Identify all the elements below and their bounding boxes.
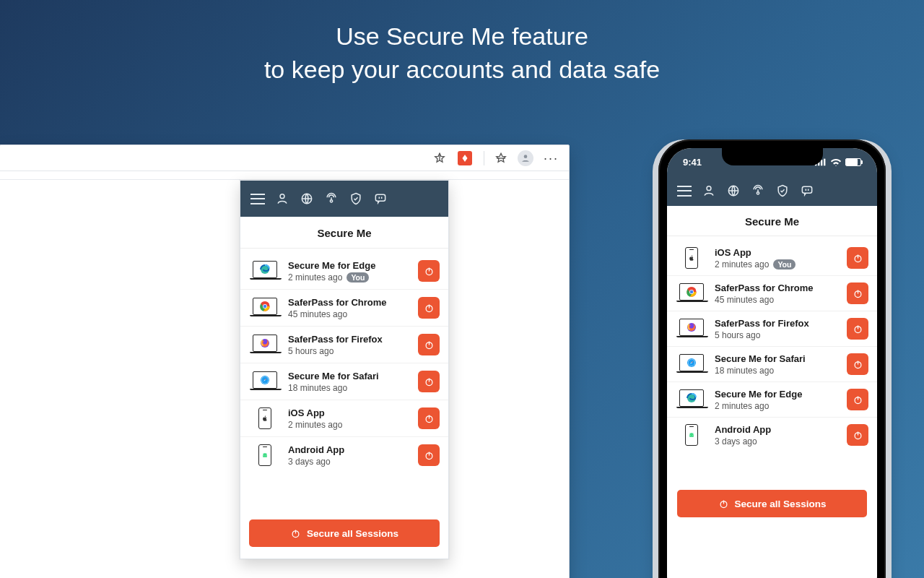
globe-icon[interactable] [726, 184, 741, 198]
wifi-icon [830, 158, 842, 166]
chat-icon[interactable] [800, 184, 814, 198]
session-name: Android App [288, 444, 411, 455]
session-time: 5 hours ago [288, 346, 334, 356]
power-off-button[interactable] [418, 407, 440, 429]
session-row-edge: Secure Me for Edge2 minutes ago [667, 382, 877, 418]
panel-footer: Secure all Sessions [240, 511, 448, 558]
svg-point-5 [330, 200, 332, 202]
session-info: Secure Me for Safari18 minutes ago [288, 371, 411, 393]
panel-title: Secure Me [240, 217, 448, 249]
url-bar-strip [0, 171, 569, 180]
battery-icon [845, 158, 861, 166]
panel-footer: Secure all Sessions [667, 481, 877, 530]
hero-line-2: to keep your accounts and data safe [0, 53, 924, 87]
more-icon[interactable]: ··· [544, 152, 559, 165]
shield-icon[interactable] [349, 191, 363, 206]
power-off-button[interactable] [418, 334, 440, 355]
chat-icon[interactable] [373, 191, 388, 206]
session-name: iOS App [288, 407, 411, 418]
svg-rect-7 [375, 194, 385, 201]
shield-icon[interactable] [775, 184, 790, 198]
hamburger-icon[interactable] [677, 184, 692, 198]
secure-me-panel: Secure Me Secure Me for Edge2 minutes ag… [240, 180, 449, 559]
power-off-button[interactable] [847, 389, 868, 410]
extension-badge-icon[interactable] [458, 151, 472, 165]
session-meta: 18 minutes ago [288, 383, 411, 393]
star-half-icon[interactable] [494, 152, 507, 165]
session-name: SaferPass for Chrome [288, 297, 411, 308]
hamburger-icon[interactable] [250, 191, 265, 206]
svg-point-63 [690, 435, 691, 436]
session-info: SaferPass for Firefox5 hours ago [288, 334, 411, 356]
power-off-button[interactable] [847, 247, 868, 269]
phone-notch [722, 148, 823, 165]
session-name: Secure Me for Edge [715, 389, 840, 400]
secure-all-label: Secure all Sessions [307, 528, 398, 539]
session-time: 45 minutes ago [288, 309, 347, 319]
session-meta: 45 minutes ago [288, 309, 411, 319]
session-meta: 2 minutes ago [715, 401, 840, 411]
session-name: iOS App [715, 247, 840, 258]
session-meta: 5 hours ago [715, 330, 840, 340]
session-list: iOS App2 minutes agoYouSaferPass for Chr… [667, 236, 877, 457]
session-info: SaferPass for Chrome45 minutes ago [715, 282, 840, 305]
secure-all-button[interactable]: Secure all Sessions [677, 490, 867, 517]
svg-point-15 [263, 305, 267, 309]
session-name: SaferPass for Firefox [288, 334, 411, 345]
power-off-button[interactable] [418, 371, 440, 392]
radar-icon[interactable] [324, 191, 339, 206]
secure-all-label: Secure all Sessions [735, 499, 827, 509]
session-row-firefox: SaferPass for Firefox5 hours ago [240, 327, 448, 363]
session-row-ios: iOS App2 minutes ago [240, 400, 448, 437]
session-time: 18 minutes ago [288, 383, 347, 393]
secure-all-button[interactable]: Secure all Sessions [249, 519, 440, 547]
browser-window: ··· Secure Me Secure Me for Edge2 minute… [0, 144, 570, 578]
session-info: Android App3 days ago [715, 424, 840, 447]
svg-rect-37 [824, 158, 825, 165]
laptop-icon [249, 332, 281, 357]
star-outline-icon[interactable] [433, 152, 446, 165]
session-info: Secure Me for Safari18 minutes ago [715, 353, 840, 376]
person-icon[interactable] [702, 184, 716, 198]
session-meta: 3 days ago [288, 457, 411, 467]
phone-device-icon [249, 443, 281, 467]
session-row-chrome: SaferPass for Chrome45 minutes ago [240, 290, 448, 327]
session-info: iOS App2 minutes ago [288, 407, 411, 430]
panel-nav-header [667, 176, 877, 206]
svg-rect-42 [802, 186, 811, 193]
browser-toolbar: ··· [0, 145, 569, 171]
phone-device-icon [676, 423, 707, 447]
radar-icon[interactable] [751, 184, 765, 198]
session-row-android: Android App3 days ago [667, 418, 877, 452]
session-meta: 2 minutes agoYou [715, 259, 840, 269]
svg-point-29 [266, 455, 266, 456]
laptop-icon [676, 352, 707, 376]
session-name: Android App [715, 424, 840, 435]
svg-rect-36 [821, 160, 822, 165]
session-meta: 3 days ago [715, 436, 840, 447]
panel-title: Secure Me [667, 206, 877, 236]
power-off-button[interactable] [847, 353, 868, 375]
svg-point-40 [757, 192, 759, 194]
secure-me-panel: Secure Me iOS App2 minutes agoYouSaferPa… [667, 176, 877, 530]
hero-title: Use Secure Me feature to keep your accou… [0, 0, 924, 113]
session-time: 2 minutes ago [715, 401, 769, 411]
avatar-icon[interactable] [518, 150, 533, 166]
session-row-safari: Secure Me for Safari18 minutes ago [667, 347, 877, 382]
session-list: Secure Me for Edge2 minutes agoYouSaferP… [240, 249, 448, 478]
power-off-button[interactable] [847, 318, 868, 340]
power-off-button[interactable] [847, 424, 868, 446]
svg-point-38 [707, 186, 711, 191]
session-row-ios: iOS App2 minutes agoYou [667, 241, 877, 276]
session-time: 5 hours ago [715, 330, 760, 340]
globe-icon[interactable] [300, 191, 314, 206]
session-row-chrome: SaferPass for Chrome45 minutes ago [667, 276, 877, 311]
session-name: SaferPass for Firefox [715, 318, 840, 329]
session-meta: 18 minutes ago [715, 366, 840, 376]
svg-point-3 [280, 194, 284, 199]
person-icon[interactable] [275, 191, 289, 206]
power-off-button[interactable] [418, 297, 440, 319]
power-off-button[interactable] [418, 260, 440, 282]
power-off-button[interactable] [418, 444, 440, 466]
power-off-button[interactable] [847, 282, 868, 304]
